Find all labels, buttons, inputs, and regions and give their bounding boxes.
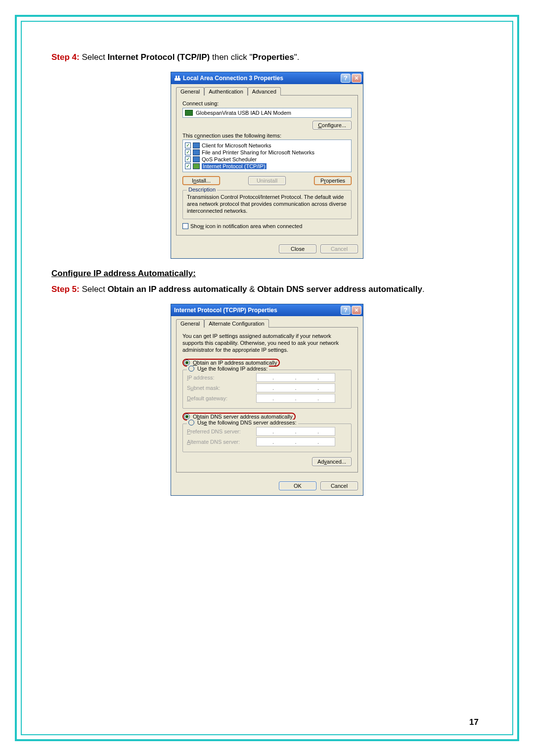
alternate-dns-label: Alternate DNS server: xyxy=(187,439,256,445)
subnet-field: ... xyxy=(256,383,335,392)
tcpip-properties-dialog: Internet Protocol (TCP/IP) Properties ? … xyxy=(171,304,363,496)
preferred-dns-label: Preferred DNS server: xyxy=(187,428,256,434)
tab-general[interactable]: General xyxy=(176,319,204,328)
adapter-field: GlobespanVirata USB IAD LAN Modem xyxy=(182,108,352,118)
ok-button[interactable]: OK xyxy=(279,481,316,490)
preferred-dns-field: ... xyxy=(256,427,335,436)
gateway-label: Default gateway: xyxy=(187,395,256,401)
intro-text: You can get IP settings assigned automat… xyxy=(182,332,352,354)
radio-use-dns[interactable]: Use the following DNS server addresses: xyxy=(187,420,298,425)
ip-address-field: ... xyxy=(256,373,335,382)
cancel-button[interactable]: Cancel xyxy=(320,481,358,490)
alternate-dns-field: ... xyxy=(256,437,335,446)
checkbox-icon[interactable]: ✓ xyxy=(185,142,191,148)
svg-rect-1 xyxy=(176,76,177,78)
step4-label: Step 4: xyxy=(51,52,80,62)
configure-button[interactable]: Configure... xyxy=(312,121,352,130)
install-button[interactable]: Install... xyxy=(182,176,220,185)
description-text: Transmission Control Protocol/Internet P… xyxy=(187,193,347,215)
connection-icon xyxy=(174,75,181,82)
tabstrip: General Alternate Configuration xyxy=(176,319,358,328)
close-icon[interactable]: × xyxy=(352,74,361,83)
titlebar: Local Area Connection 3 Properties ? × xyxy=(171,72,363,84)
properties-button[interactable]: Properties xyxy=(314,176,352,185)
tab-advanced[interactable]: Advanced xyxy=(248,87,281,95)
service-icon xyxy=(193,149,200,155)
svg-rect-2 xyxy=(178,76,179,78)
items-label: This connection uses the following items… xyxy=(182,133,352,139)
advanced-button[interactable]: Advanced... xyxy=(312,457,352,466)
help-button[interactable]: ? xyxy=(341,306,351,315)
checkbox-icon[interactable]: ✓ xyxy=(185,156,191,162)
checkbox-icon[interactable]: ✓ xyxy=(185,149,191,155)
subnet-label: Subnet mask: xyxy=(187,385,256,391)
dialog-title: Internet Protocol (TCP/IP) Properties xyxy=(174,307,340,314)
cancel-button: Cancel xyxy=(320,244,358,253)
checkbox-icon[interactable]: ✓ xyxy=(185,163,191,169)
tab-authentication[interactable]: Authentication xyxy=(204,87,248,95)
step5-label: Step 5: xyxy=(51,284,80,294)
page-number: 17 xyxy=(469,717,479,727)
dialog-title: Local Area Connection 3 Properties xyxy=(183,75,340,82)
description-label: Description xyxy=(187,187,217,192)
connection-items-list[interactable]: ✓ Client for Microsoft Networks ✓ File a… xyxy=(182,140,352,172)
tab-general[interactable]: General xyxy=(176,87,204,95)
radio-use-ip[interactable]: Use the following IP address: xyxy=(187,366,269,372)
show-icon-label: Show icon in notification area when conn… xyxy=(190,223,302,229)
tabstrip: General Authentication Advanced xyxy=(176,87,358,95)
protocol-icon xyxy=(193,163,200,169)
list-item[interactable]: ✓ Client for Microsoft Networks xyxy=(185,142,349,149)
lac-properties-dialog: Local Area Connection 3 Properties ? × G… xyxy=(171,72,363,259)
help-button[interactable]: ? xyxy=(341,74,351,83)
list-item[interactable]: ✓ Internet Protocol (TCP/IP) xyxy=(185,163,349,170)
adapter-icon xyxy=(185,110,193,116)
service-icon xyxy=(193,156,200,162)
step4-instruction: Step 4: Select Internet Protocol (TCP/IP… xyxy=(51,50,483,65)
section-heading: Configure IP address Automatically: xyxy=(51,269,483,279)
close-button[interactable]: Close xyxy=(279,244,316,253)
close-icon[interactable]: × xyxy=(352,306,361,315)
svg-rect-0 xyxy=(175,78,180,81)
titlebar: Internet Protocol (TCP/IP) Properties ? … xyxy=(171,304,363,316)
client-icon xyxy=(193,142,200,148)
ip-address-label: IP address: xyxy=(187,375,256,380)
tab-alternate[interactable]: Alternate Configuration xyxy=(204,319,269,328)
step5-instruction: Step 5: Select Obtain an IP address auto… xyxy=(51,283,483,297)
list-item[interactable]: ✓ File and Printer Sharing for Microsoft… xyxy=(185,149,349,156)
connect-using-label: Connect using: xyxy=(182,100,352,106)
show-icon-checkbox[interactable]: ✓ xyxy=(182,223,188,229)
gateway-field: ... xyxy=(256,394,335,403)
list-item[interactable]: ✓ QoS Packet Scheduler xyxy=(185,156,349,163)
uninstall-button: Uninstall xyxy=(248,176,286,185)
